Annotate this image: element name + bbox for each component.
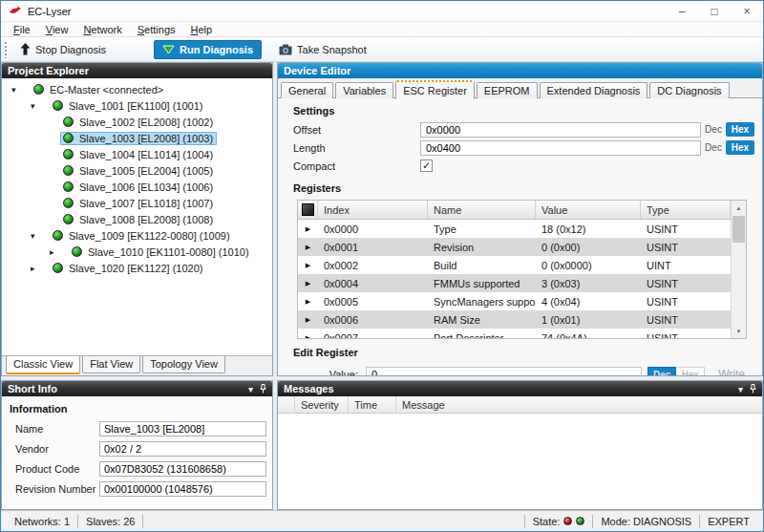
- info-field-value[interactable]: [99, 441, 266, 457]
- row-expander-icon[interactable]: ▶: [298, 334, 318, 340]
- tree-row[interactable]: ▾Slave_1001 [EK1100] (1001): [2, 97, 272, 114]
- registers-scrollbar[interactable]: ▲ ▼: [731, 201, 746, 338]
- expander-closed-icon[interactable]: ▸: [31, 264, 50, 273]
- length-input[interactable]: [420, 140, 701, 156]
- tree-row[interactable]: Slave_1006 [EL1034] (1006): [2, 179, 272, 195]
- short-info-pin-icon[interactable]: [260, 384, 266, 394]
- tree-row[interactable]: Slave_1004 [EL1014] (1004): [2, 146, 272, 162]
- minimize-button[interactable]: –: [666, 1, 698, 21]
- row-expander-icon[interactable]: ▶: [298, 225, 318, 233]
- expander-open-icon[interactable]: ▾: [31, 231, 50, 241]
- tree-row[interactable]: Slave_1005 [EL2004] (1005): [2, 162, 272, 179]
- expander-closed-icon[interactable]: ▸: [50, 247, 69, 257]
- value-input[interactable]: [366, 367, 642, 376]
- menu-help[interactable]: Help: [183, 23, 221, 36]
- hex-toggle[interactable]: Hex: [676, 367, 705, 376]
- tab-extended-diagnosis[interactable]: Extended Diagnosis: [540, 82, 648, 98]
- maximize-button[interactable]: □: [698, 1, 731, 21]
- tab-esc-register[interactable]: ESC Register: [395, 80, 475, 99]
- scroll-up-icon[interactable]: ▲: [732, 201, 746, 215]
- dec-toggle[interactable]: Dec: [647, 367, 676, 376]
- scroll-down-icon[interactable]: ▼: [732, 324, 746, 338]
- view-tab-classic-view[interactable]: Classic View: [6, 356, 80, 374]
- tab-eeprom[interactable]: EEPROM: [477, 82, 538, 98]
- menu-settings[interactable]: Settings: [130, 23, 183, 36]
- take-snapshot-button[interactable]: Take Snapshot: [271, 41, 374, 58]
- messages-pin-icon[interactable]: [750, 384, 756, 394]
- view-tab-flat-view[interactable]: Flat View: [82, 356, 140, 373]
- length-dec-label[interactable]: Dec: [701, 142, 726, 153]
- column-header-time[interactable]: Time: [349, 396, 396, 413]
- compact-checkbox[interactable]: ✓: [420, 160, 433, 172]
- menu-file[interactable]: File: [6, 23, 38, 36]
- tree-item[interactable]: Slave_1008 [EL2008] (1008): [60, 213, 217, 226]
- view-tab-topology-view[interactable]: Topology View: [142, 356, 225, 373]
- column-header-index[interactable]: Index: [318, 201, 428, 219]
- row-expander-icon[interactable]: ▶: [298, 262, 318, 269]
- column-header-value[interactable]: Value: [536, 201, 641, 219]
- tab-dc-diagnosis[interactable]: DC Diagnosis: [649, 82, 729, 98]
- write-button[interactable]: Write: [718, 368, 745, 375]
- tree-row[interactable]: ▸Slave_1010 [EK1101-0080] (1010): [2, 244, 272, 260]
- tree-item[interactable]: Slave_1002 [EL2008] (1002): [60, 116, 217, 129]
- register-row[interactable]: ▶0x0005SyncManagers supported4 (0x04)USI…: [298, 292, 731, 310]
- info-field-value[interactable]: [99, 481, 266, 497]
- tree-item[interactable]: Slave_1003 [EL2008] (1003): [60, 132, 217, 145]
- tree-item[interactable]: Slave_1020 [EK1122] (1020): [50, 262, 206, 275]
- settings-title: Settings: [286, 103, 754, 120]
- tree-row[interactable]: Slave_1007 [EL1018] (1007): [2, 195, 272, 211]
- row-expander-icon[interactable]: ▶: [298, 298, 318, 306]
- column-header-message[interactable]: Message: [396, 396, 762, 413]
- scroll-thumb[interactable]: [732, 216, 745, 243]
- tree-row[interactable]: ▸Slave_1020 [EK1122] (1020): [2, 260, 272, 276]
- menu-network[interactable]: Network: [75, 23, 129, 36]
- tree-row[interactable]: Slave_1002 [EL2008] (1002): [2, 114, 272, 130]
- statusbar-separator: [142, 515, 143, 528]
- tab-general[interactable]: General: [281, 82, 333, 98]
- tree-row[interactable]: Slave_1003 [EL2008] (1003): [2, 130, 272, 146]
- info-field-value[interactable]: [99, 461, 266, 477]
- menu-view[interactable]: View: [38, 23, 76, 36]
- stop-diagnosis-button[interactable]: Stop Diagnosis: [12, 40, 114, 58]
- row-expander-icon[interactable]: ▶: [298, 280, 318, 287]
- tree-item[interactable]: Slave_1006 [EL1034] (1006): [60, 181, 217, 194]
- register-row[interactable]: ▶0x0004FMMUs supported3 (0x03)USINT: [298, 274, 731, 292]
- tree-item[interactable]: Slave_1005 [EL2004] (1005): [60, 164, 217, 178]
- register-row[interactable]: ▶0x0000Type18 (0x12)USINT: [298, 220, 731, 238]
- close-button[interactable]: ×: [731, 1, 763, 21]
- register-row[interactable]: ▶0x0001Revision0 (0x00)USINT: [298, 238, 731, 256]
- row-expander-icon[interactable]: ▶: [298, 316, 318, 324]
- tree-item[interactable]: Slave_1009 [EK1122-0080] (1009): [50, 229, 234, 243]
- register-cell: 0 (0x00): [536, 242, 641, 253]
- info-field-value[interactable]: [99, 421, 266, 436]
- expander-open-icon[interactable]: ▾: [31, 101, 50, 111]
- offset-dec-label[interactable]: Dec: [701, 124, 726, 135]
- run-diagnosis-button[interactable]: Run Diagnosis: [154, 40, 262, 59]
- length-hex-button[interactable]: Hex: [726, 140, 754, 155]
- toolbar-grip[interactable]: [4, 41, 9, 58]
- tree-row[interactable]: ▾Slave_1009 [EK1122-0080] (1009): [2, 227, 272, 244]
- tree-item[interactable]: Slave_1001 [EK1100] (1001): [50, 99, 206, 113]
- column-header-type[interactable]: Type: [641, 201, 731, 219]
- column-header-name[interactable]: Name: [428, 201, 536, 219]
- register-row[interactable]: ▶0x0007Port Descriptor74 (0x4A)USINT: [298, 329, 731, 339]
- tree-item[interactable]: EC-Master <connected>: [31, 83, 167, 96]
- offset-input[interactable]: [420, 122, 701, 138]
- messages-collapse-chevron-icon[interactable]: ▾: [738, 384, 743, 394]
- column-header-severity[interactable]: Severity: [295, 396, 349, 413]
- tree-row[interactable]: Slave_1008 [EL2008] (1008): [2, 211, 272, 227]
- tree-item[interactable]: Slave_1010 [EK1101-0080] (1010): [69, 245, 253, 259]
- select-all-cell[interactable]: [298, 201, 318, 219]
- main-area: Project Explorer ▾EC-Master <connected>▾…: [1, 62, 763, 510]
- row-expander-icon[interactable]: ▶: [298, 244, 318, 251]
- tree-item[interactable]: Slave_1004 [EL1014] (1004): [60, 148, 217, 161]
- short-info-content: Information NameVendorProduct CodeRevisi…: [2, 396, 272, 509]
- expander-open-icon[interactable]: ▾: [11, 85, 31, 95]
- offset-hex-button[interactable]: Hex: [726, 122, 754, 137]
- short-info-collapse-chevron-icon[interactable]: ▾: [248, 384, 253, 394]
- tab-variables[interactable]: Variables: [335, 82, 393, 98]
- register-row[interactable]: ▶0x0006RAM Size1 (0x01)USINT: [298, 310, 731, 329]
- register-row[interactable]: ▶0x0002Build0 (0x0000)UINT: [298, 256, 731, 274]
- tree-row[interactable]: ▾EC-Master <connected>: [2, 81, 272, 97]
- tree-item[interactable]: Slave_1007 [EL1018] (1007): [60, 197, 217, 210]
